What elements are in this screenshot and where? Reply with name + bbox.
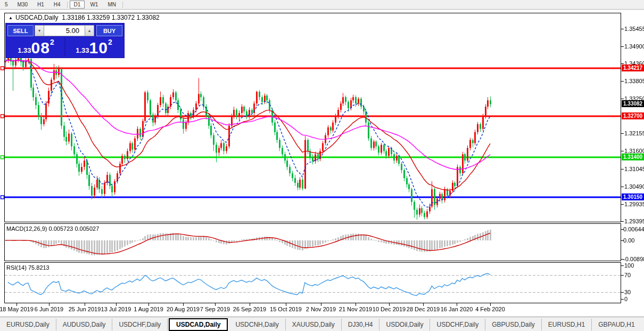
volume-decrease-button[interactable]: ▼ xyxy=(35,25,44,36)
volume-stepper: ▼ 5.00 ▲ xyxy=(35,25,94,36)
tab-gbpaud-h1[interactable]: GBPAUD,H1 xyxy=(592,319,641,330)
buy-price-display[interactable]: 1.33 10 2 xyxy=(64,37,122,56)
price-badge: 1.31400 xyxy=(622,154,644,160)
buy-price-sup: 2 xyxy=(108,38,112,46)
price-badge: 1.33082 xyxy=(622,100,644,107)
buy-price-small: 1.33 xyxy=(76,46,89,54)
tab-usdcad-daily[interactable]: USDCAD,Daily xyxy=(169,318,228,331)
tab-usdchf-daily[interactable]: USDCHF,Daily xyxy=(112,319,168,330)
date-axis-label: 28 Dec 2019 xyxy=(407,306,440,312)
rsi-value: 75.8213 xyxy=(28,264,49,271)
date-axis-label: 15 Oct 2019 xyxy=(270,306,302,312)
price-axis-label: 1.29395 xyxy=(624,218,644,224)
timeframe-button-d1[interactable]: D1 xyxy=(70,1,85,9)
date-axis-label: 7 Sep 2019 xyxy=(200,306,230,312)
tab-usdcnh-daily[interactable]: USDCNH,Daily xyxy=(229,319,285,330)
macd-axis-label: 0.006448 xyxy=(623,226,644,232)
tab-gbpusd-daily[interactable]: GBPUSD,Daily xyxy=(485,319,542,330)
date-axis-label: 2 Nov 2019 xyxy=(306,306,336,312)
date-axis-label: 16 Jan 2020 xyxy=(441,306,473,312)
volume-increase-button[interactable]: ▲ xyxy=(85,25,94,36)
date-axis-label: 1 Aug 2019 xyxy=(134,306,163,312)
sell-button[interactable]: SELL xyxy=(7,25,34,36)
price-badge: 1.30150 xyxy=(622,193,644,200)
price-axis-label: 1.34900 xyxy=(624,43,644,50)
date-axis-label: 4 Feb 2020 xyxy=(475,306,505,312)
macd-axis-label: 0.00 xyxy=(623,237,634,244)
price-axis-label: 1.32155 xyxy=(624,130,644,136)
tab-dj30-h4[interactable]: DJ30,H4 xyxy=(342,319,380,330)
price-badge: 1.34217 xyxy=(622,64,644,71)
tab-usdoil-daily[interactable]: USDOil,Daily xyxy=(379,319,430,330)
ohlc-values: 1.33186 1.33259 1.33072 1.33082 xyxy=(62,14,160,21)
rsi-axis-label: 30 xyxy=(624,289,631,295)
macd-values: 0.005723 0.005027 xyxy=(48,225,99,232)
price-axis-label: 1.31045 xyxy=(624,166,644,172)
sell-price-sup: 2 xyxy=(50,38,54,46)
symbol-tab-bar: EURUSD,DailyAUDUSD,DailyUSDCHF,DailyUSDC… xyxy=(0,317,644,331)
timeframe-button-h4[interactable]: H4 xyxy=(49,1,65,9)
date-axis-label: 18 May 2019 xyxy=(0,306,34,312)
collapse-triangle-icon[interactable]: ▲ xyxy=(9,15,13,20)
tab-eurusd-daily[interactable]: EURUSD,Daily xyxy=(0,319,56,330)
price-axis-label: 1.33805 xyxy=(624,78,644,84)
timeframe-button-m30[interactable]: M30 xyxy=(13,1,32,9)
tab-xauusd-daily[interactable]: XAUUSD,Daily xyxy=(286,319,342,330)
date-axis-label: 10 Dec 2019 xyxy=(373,306,406,312)
date-axis-label: 6 Jun 2019 xyxy=(35,306,63,312)
symbol-period-label: USDCAD,Daily xyxy=(15,14,59,21)
buy-price-big: 10 xyxy=(89,41,108,55)
price-badge: 1.32700 xyxy=(622,112,644,119)
volume-field[interactable]: 5.00 xyxy=(44,25,85,36)
rsi-indicator-label: RSI(14) 75.8213 xyxy=(6,264,49,271)
tab-eurusd-h1[interactable]: EURUSD,H1 xyxy=(542,319,592,330)
timeframe-button-5[interactable]: 5 xyxy=(1,1,12,9)
tab-usdchf-daily[interactable]: USDCHF,Daily xyxy=(430,319,485,330)
toolbar-separator xyxy=(67,2,68,8)
chart-title: ▲USDCAD,Daily 1.33186 1.33259 1.33072 1.… xyxy=(9,14,160,21)
sell-price-display[interactable]: 1.33 08 2 xyxy=(7,37,64,56)
timeframe-toolbar: 5M30H1H4D1W1MN xyxy=(0,0,644,10)
date-axis-label: 26 Sep 2019 xyxy=(233,306,266,312)
timeframe-button-w1[interactable]: W1 xyxy=(86,1,102,9)
rsi-axis-label: 70 xyxy=(624,272,631,278)
timeframe-button-mn[interactable]: MN xyxy=(103,1,120,9)
price-axis-label: 1.29935 xyxy=(624,201,644,207)
timeframe-button-h1[interactable]: H1 xyxy=(33,1,48,9)
sell-price-big: 08 xyxy=(31,41,50,55)
sell-price-small: 1.33 xyxy=(18,46,31,54)
rsi-axis-label: 100 xyxy=(624,262,634,269)
one-click-trade-panel: SELL ▼ 5.00 ▲ BUY 1.33 08 2 1.33 10 2 xyxy=(5,23,125,58)
price-axis-label: 1.30490 xyxy=(624,183,644,190)
toolbar-separator xyxy=(122,2,123,8)
price-axis-label: 1.35455 xyxy=(624,26,644,32)
tab-audusd-daily[interactable]: AUDUSD,Daily xyxy=(56,319,113,330)
buy-button[interactable]: BUY xyxy=(96,25,122,36)
macd-axis-label: -0.008982 xyxy=(623,256,644,262)
tab-scroll: ◄► xyxy=(641,321,644,328)
date-axis-label: 25 Jun 2019 xyxy=(69,306,101,312)
date-axis-label: 20 Aug 2019 xyxy=(167,306,200,312)
rsi-axis-label: 0 xyxy=(624,296,628,302)
tab-scroll-left-icon[interactable]: ◄ xyxy=(641,321,644,328)
date-axis-label: 13 Jul 2019 xyxy=(101,306,131,312)
macd-indicator-label: MACD(12,26,9) 0.005723 0.005027 xyxy=(6,225,99,232)
date-axis-label: 21 Nov 2019 xyxy=(339,306,372,312)
